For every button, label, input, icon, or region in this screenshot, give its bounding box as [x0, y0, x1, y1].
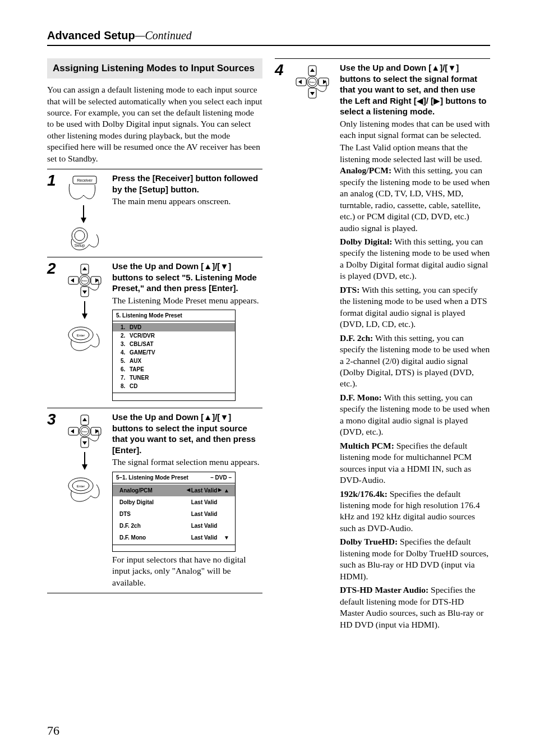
menu-item: 3.CBL/SAT: [113, 340, 235, 348]
definition-item: DTS: With this setting, you can specify …: [340, 284, 490, 330]
divider: [47, 169, 262, 169]
step-4-number: 4: [275, 61, 287, 78]
header-bold: Advanced Setup: [47, 29, 135, 42]
menu-item: 5.AUX: [113, 357, 235, 365]
svg-text:Enter: Enter: [77, 485, 85, 488]
step-2-text: The Listening Mode Preset menu appears.: [112, 295, 262, 306]
signal-format-row: D.F. MonoLast Valid▼: [113, 532, 235, 543]
signal-format-row: Dolby DigitalLast Valid: [113, 496, 235, 508]
step-4: 4 Enter Use: [275, 61, 490, 633]
signal-format-row: D.F. 2chLast Valid: [113, 520, 235, 532]
step-4-heading: Use the Up and Down [▲]/[▼] buttons to s…: [340, 62, 490, 117]
menu-item: 4.GAME/TV: [113, 348, 235, 357]
divider: [275, 58, 490, 59]
step-3: 3 Enter: [47, 411, 262, 588]
signal-format-row: DTSLast Valid: [113, 508, 235, 520]
definition-item: 192k/176.4k: Specifies the default liste…: [340, 488, 490, 534]
step-3-after: For input selectors that have no digital…: [112, 554, 262, 588]
right-column: 4 Enter Use: [275, 58, 490, 633]
listening-mode-preset-menu: 5. Listening Mode Preset 1.DVD2.VCR/DVR3…: [112, 310, 236, 401]
step-2: 2 Enter: [47, 260, 262, 403]
svg-text:Enter: Enter: [82, 279, 87, 282]
definition-item: Analog/PCM: With this setting, you can s…: [340, 165, 490, 234]
definition-item: DTS-HD Master Audio: Specifies the defau…: [340, 584, 490, 630]
divider: [47, 593, 262, 593]
step-1-number: 1: [47, 172, 59, 188]
step-2-heading: Use the Up and Down [▲]/[▼] buttons to s…: [112, 261, 262, 294]
definition-item: Dolby TrueHD: Specifies the default list…: [340, 536, 490, 582]
setup-button-label: Setup: [75, 243, 85, 248]
header-italic: Continued: [145, 29, 192, 42]
menu-title: 5. Listening Mode Preset: [113, 310, 235, 321]
left-column: Assigning Listening Modes to Input Sourc…: [47, 58, 262, 633]
signal-format-menu: 5–1. Listening Mode Preset – DVD – Analo…: [112, 472, 236, 552]
step-3-illustration: Enter Enter: [64, 411, 108, 536]
step-4-p2: The Last Valid option means that the lis…: [340, 142, 490, 165]
step-1-illustration: Receiver Setup: [64, 172, 108, 252]
menu2-title-left: 5–1. Listening Mode Preset: [116, 474, 188, 481]
svg-text:Enter: Enter: [82, 430, 87, 433]
svg-marker-2: [81, 218, 86, 223]
intro-paragraph: You can assign a default listening mode …: [47, 84, 262, 164]
step-1-heading: Press the [Receiver] button followed by …: [112, 173, 262, 195]
menu-item: 1.DVD: [113, 323, 235, 331]
definition-item: D.F. Mono: With this setting, you can sp…: [340, 392, 490, 438]
step-4-illustration: Enter: [292, 61, 335, 125]
step-3-heading: Use the Up and Down [▲]/[▼] buttons to s…: [112, 412, 262, 455]
svg-point-4: [75, 231, 85, 241]
menu-item: 6.TAPE: [113, 365, 235, 374]
step-1: 1 Receiver Setup Press the [Receiver] bu…: [47, 172, 262, 252]
step-2-illustration: Enter Enter: [64, 260, 108, 385]
menu-item: 7.TUNER: [113, 374, 235, 382]
page-number: 76: [47, 723, 59, 739]
page-header: Advanced Setup—Continued: [47, 28, 490, 46]
section-title: Assigning Listening Modes to Input Sourc…: [47, 58, 262, 79]
receiver-button-label: Receiver: [77, 178, 93, 182]
step-2-number: 2: [47, 260, 59, 276]
definition-item: Dolby Digital: With this setting, you ca…: [340, 236, 490, 282]
step-1-text: The main menu appears onscreen.: [112, 196, 262, 207]
definition-item: D.F. 2ch: With this setting, you can spe…: [340, 333, 490, 390]
svg-marker-32: [82, 464, 87, 470]
definition-item: Multich PCM: Specifies the default liste…: [340, 440, 490, 486]
step-3-text: The signal format selection menu appears…: [112, 457, 262, 468]
step-4-p1: Only listening modes that can be used wi…: [340, 118, 490, 141]
divider: [47, 257, 262, 257]
svg-marker-17: [82, 314, 87, 319]
menu-item: 2.VCR/DVR: [113, 331, 235, 340]
menu-item: 8.CD: [113, 382, 235, 390]
enter-button-label: Enter: [77, 334, 85, 337]
signal-format-row: Analog/PCM◀Last Valid▶▲: [113, 485, 235, 496]
menu2-title-right: – DVD –: [210, 474, 232, 481]
svg-text:Enter: Enter: [310, 81, 315, 84]
step-3-number: 3: [47, 411, 59, 427]
divider: [47, 408, 262, 408]
